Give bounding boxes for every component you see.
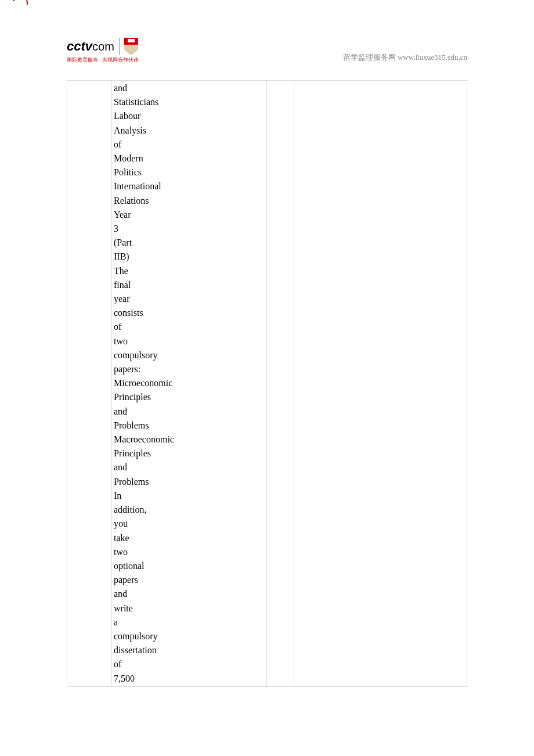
word-item: Politics <box>114 165 265 179</box>
content-table: andStatisticiansLabourAnalysisofModernPo… <box>67 80 467 687</box>
word-item: of <box>114 320 265 334</box>
word-item: Principles <box>114 390 265 404</box>
word-item: Problems <box>114 419 265 433</box>
cell-col1 <box>67 81 111 686</box>
word-list: andStatisticiansLabourAnalysisofModernPo… <box>114 81 265 686</box>
word-item: two <box>114 545 265 559</box>
logo-cctv: cctv <box>67 39 92 53</box>
header-right-url: www.liuxue315.edu.cn <box>398 53 467 62</box>
word-item: addition, <box>114 503 265 517</box>
word-item: of <box>114 657 265 671</box>
document-page: cctvcom 国际教育服务 · 央视网合作伙伴 留学监理服务网 www.liu… <box>0 0 534 756</box>
word-item: compulsory <box>114 629 265 643</box>
cell-col4 <box>294 81 467 686</box>
word-item: papers: <box>114 362 265 376</box>
word-item: Macroeconomic <box>114 433 265 447</box>
word-item: two <box>114 334 265 348</box>
logo-block: cctvcom 国际教育服务 · 央视网合作伙伴 <box>67 38 139 64</box>
word-item: Year <box>114 208 265 222</box>
word-item: Modern <box>114 152 265 165</box>
word-item: Analysis <box>114 124 265 138</box>
word-item: year <box>114 292 265 306</box>
logo-divider <box>119 38 120 55</box>
header-right-label: 留学监理服务网 <box>343 53 396 62</box>
header-right: 留学监理服务网 www.liuxue315.edu.cn <box>343 52 467 64</box>
word-item: write <box>114 602 265 615</box>
shield-icon <box>124 38 138 55</box>
word-item: International <box>114 179 265 193</box>
table-row: andStatisticiansLabourAnalysisofModernPo… <box>67 81 467 686</box>
word-item: (Part <box>114 236 265 250</box>
word-item: Microeconomic <box>114 376 265 390</box>
word-item: of <box>114 138 265 152</box>
word-item: Relations <box>114 194 265 208</box>
word-item: Statisticians <box>114 95 265 109</box>
logo-com: com <box>92 40 114 53</box>
word-item: IIB) <box>114 250 265 264</box>
logo-arc-icon <box>10 0 31 13</box>
word-item: In <box>114 489 265 503</box>
logo-subtitle: 国际教育服务 · 央视网合作伙伴 <box>67 56 139 64</box>
word-item: a <box>114 615 265 629</box>
word-item: The <box>114 264 265 278</box>
word-item: compulsory <box>114 348 265 362</box>
word-item: 3 <box>114 222 265 236</box>
logo: cctvcom <box>67 38 139 55</box>
word-item: papers <box>114 573 265 587</box>
word-item: optional <box>114 559 265 573</box>
word-item: and <box>114 587 265 601</box>
word-item: Labour <box>114 109 265 123</box>
word-item: and <box>114 460 265 474</box>
word-item: consists <box>114 306 265 320</box>
word-item: Problems <box>114 475 265 489</box>
cell-col3 <box>267 81 294 686</box>
word-item: dissertation <box>114 643 265 657</box>
word-item: final <box>114 278 265 292</box>
word-item: Principles <box>114 447 265 460</box>
word-item: take <box>114 531 265 545</box>
word-item: and <box>114 81 265 95</box>
logo-text: cctvcom <box>67 39 114 54</box>
word-item: 7,500 <box>114 672 265 686</box>
cell-col2: andStatisticiansLabourAnalysisofModernPo… <box>112 81 266 686</box>
page-header: cctvcom 国际教育服务 · 央视网合作伙伴 留学监理服务网 www.liu… <box>67 35 467 64</box>
word-item: and <box>114 405 265 419</box>
word-item: you <box>114 517 265 531</box>
